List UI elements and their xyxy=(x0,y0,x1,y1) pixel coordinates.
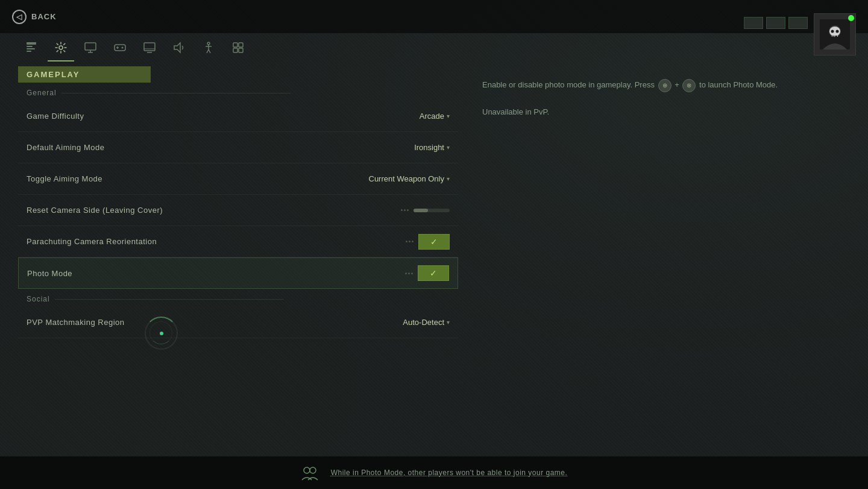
tab-settings[interactable] xyxy=(48,35,74,62)
tab-display[interactable] xyxy=(77,35,104,62)
setting-game-difficulty[interactable]: Game Difficulty Arcade ▾ xyxy=(18,101,458,132)
online-indicator xyxy=(848,15,854,21)
slider-dot xyxy=(412,241,414,242)
bottom-message: While in Photo Mode, other players won't… xyxy=(331,468,568,477)
tab-audio[interactable] xyxy=(166,35,192,62)
svg-rect-8 xyxy=(115,45,125,51)
parachuting-toggle-container: ✓ xyxy=(406,234,450,250)
desc-plus: + xyxy=(675,80,681,89)
svg-rect-1 xyxy=(27,46,33,47)
svg-rect-2 xyxy=(27,48,35,49)
svg-rect-32 xyxy=(835,36,836,37)
tab-controls[interactable] xyxy=(107,35,133,62)
dropdown-arrow-3: ▾ xyxy=(447,175,450,182)
setting-value-photo-mode: ✓ xyxy=(341,265,449,281)
back-button[interactable]: ◁ BACK xyxy=(12,10,57,24)
slider-bar[interactable] xyxy=(414,209,450,212)
setting-toggle-aiming-mode[interactable]: Toggle Aiming Mode Current Weapon Only ▾ xyxy=(18,163,458,195)
setting-value-aiming-mode: Ironsight ▾ xyxy=(341,143,450,152)
loading-ring xyxy=(145,317,178,350)
dropdown-arrow: ▾ xyxy=(447,113,450,119)
setting-reset-camera-side[interactable]: Reset Camera Side (Leaving Cover) xyxy=(18,195,458,226)
svg-point-4 xyxy=(59,46,63,49)
bottom-bar: While in Photo Mode, other players won't… xyxy=(0,456,868,489)
photo-mode-toggle[interactable]: ✓ xyxy=(418,265,449,281)
setting-label-game-difficulty: Game Difficulty xyxy=(27,112,341,121)
setting-label-aiming-mode: Default Aiming Mode xyxy=(27,143,341,152)
svg-rect-24 xyxy=(239,48,243,52)
setting-label-toggle-aiming: Toggle Aiming Mode xyxy=(27,174,341,183)
top-right-icons xyxy=(744,17,808,29)
tab-accessibility[interactable] xyxy=(195,35,222,62)
setting-value-reset-camera xyxy=(341,209,450,212)
ring-dot xyxy=(160,332,163,335)
svg-rect-33 xyxy=(836,36,837,37)
photo-slider-dots xyxy=(405,273,413,274)
svg-rect-0 xyxy=(27,42,36,45)
svg-rect-22 xyxy=(239,43,243,47)
tr-icon-3 xyxy=(788,17,808,29)
slider-dot xyxy=(404,209,406,211)
setting-value-toggle-aiming: Current Weapon Only ▾ xyxy=(341,174,450,183)
aiming-mode-value: Ironsight ▾ xyxy=(414,143,450,152)
bottom-icon xyxy=(301,464,324,481)
slider-dot xyxy=(409,241,410,242)
setting-label-pvp: PVP Matchmaking Region xyxy=(27,318,341,327)
photo-mode-toggle-container: ✓ xyxy=(405,265,449,281)
tr-icon-2 xyxy=(766,17,785,29)
tr-icon-1 xyxy=(744,17,763,29)
subsection-social: Social xyxy=(18,289,458,307)
slider-dot xyxy=(407,209,409,211)
setting-pvp-matchmaking[interactable]: PVP Matchmaking Region Auto-Detect ▾ xyxy=(18,307,458,338)
back-icon: ◁ xyxy=(12,10,27,24)
button-icon-1: ⊕ xyxy=(658,79,671,92)
back-label: BACK xyxy=(31,12,57,21)
svg-rect-21 xyxy=(233,43,237,47)
setting-label-parachuting: Parachuting Camera Reorientation xyxy=(27,237,341,246)
pvp-value: Auto-Detect ▾ xyxy=(403,318,450,327)
setting-photo-mode[interactable]: Photo Mode ✓ xyxy=(18,257,458,289)
svg-line-19 xyxy=(207,49,209,53)
dropdown-arrow-2: ▾ xyxy=(447,144,450,151)
subsection-general: General xyxy=(18,83,458,101)
nav-tabs xyxy=(18,35,251,62)
setting-value-pvp: Auto-Detect ▾ xyxy=(341,318,450,327)
svg-point-34 xyxy=(304,467,310,473)
avatar-image xyxy=(814,13,856,55)
tab-monitor[interactable] xyxy=(136,35,163,62)
setting-label-photo-mode: Photo Mode xyxy=(27,269,341,278)
user-avatar[interactable] xyxy=(814,13,856,55)
tab-extra[interactable] xyxy=(225,35,251,62)
slider-dot xyxy=(406,241,407,242)
desc-part1: Enable or disable photo mode in gameplay… xyxy=(482,80,657,89)
section-header: GAMEPLAY xyxy=(18,66,151,83)
button-icon-2: ⊗ xyxy=(682,79,696,92)
svg-point-16 xyxy=(207,42,210,45)
parachuting-toggle[interactable]: ✓ xyxy=(418,234,450,250)
tab-profile[interactable] xyxy=(18,35,45,62)
setting-label-reset-camera: Reset Camera Side (Leaving Cover) xyxy=(27,206,341,215)
slider-fill xyxy=(414,209,428,212)
slider-dots xyxy=(401,209,409,211)
description-text: Enable or disable photo mode in gameplay… xyxy=(482,78,784,119)
slider-dot xyxy=(408,273,410,274)
reset-camera-toggle xyxy=(401,209,450,212)
svg-line-20 xyxy=(209,49,210,53)
svg-rect-23 xyxy=(233,48,237,52)
slider-dot xyxy=(401,209,403,211)
right-panel: Enable or disable photo mode in gameplay… xyxy=(470,66,850,131)
setting-default-aiming-mode[interactable]: Default Aiming Mode Ironsight ▾ xyxy=(18,132,458,163)
svg-point-29 xyxy=(831,30,834,33)
game-difficulty-value: Arcade ▾ xyxy=(420,112,450,121)
svg-point-30 xyxy=(836,30,839,33)
svg-rect-3 xyxy=(27,51,31,52)
setting-value-game-difficulty: Arcade ▾ xyxy=(341,112,450,121)
svg-marker-15 xyxy=(174,43,180,52)
para-slider-dots xyxy=(406,241,414,242)
slider-dot xyxy=(411,273,413,274)
setting-parachuting-camera[interactable]: Parachuting Camera Reorientation ✓ xyxy=(18,226,458,257)
svg-point-9 xyxy=(122,47,124,49)
top-bar: ◁ BACK xyxy=(0,0,868,33)
desc-part4: Unavailable in PvP. xyxy=(482,107,549,116)
dropdown-arrow-pvp: ▾ xyxy=(447,319,450,326)
